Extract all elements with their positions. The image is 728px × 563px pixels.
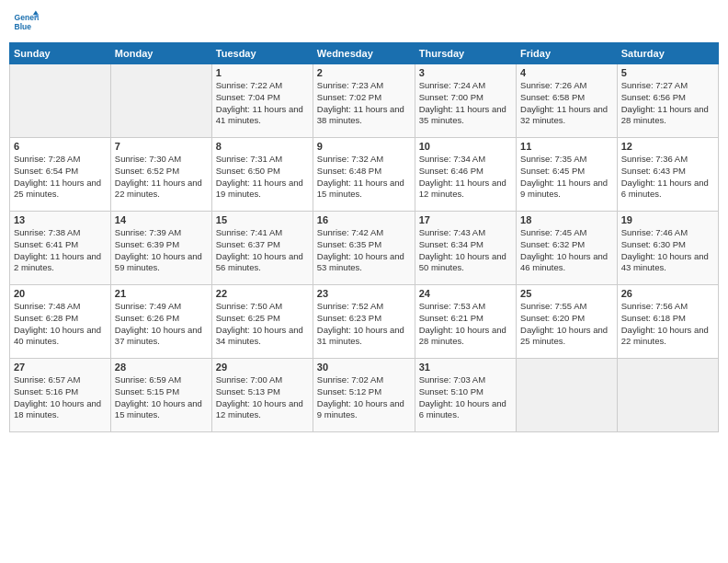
day-number: 4 (520, 67, 613, 78)
calendar-cell: 11Sunrise: 7:35 AM Sunset: 6:45 PM Dayli… (517, 138, 618, 212)
day-number: 15 (216, 214, 309, 225)
day-header-monday: Monday (110, 43, 211, 64)
week-row-4: 20Sunrise: 7:48 AM Sunset: 6:28 PM Dayli… (10, 285, 719, 359)
day-number: 12 (621, 141, 714, 152)
svg-text:Blue: Blue (15, 22, 32, 31)
week-row-3: 13Sunrise: 7:38 AM Sunset: 6:41 PM Dayli… (10, 212, 719, 285)
calendar-cell: 13Sunrise: 7:38 AM Sunset: 6:41 PM Dayli… (10, 212, 111, 285)
day-number: 29 (216, 362, 309, 373)
day-number: 22 (216, 288, 309, 299)
day-number: 23 (317, 288, 411, 299)
calendar-cell: 9Sunrise: 7:32 AM Sunset: 6:48 PM Daylig… (313, 138, 415, 212)
cell-info: Sunrise: 7:38 AM Sunset: 6:41 PM Dayligh… (14, 227, 107, 274)
day-number: 8 (216, 141, 309, 152)
day-number: 25 (520, 288, 613, 299)
calendar-cell: 29Sunrise: 7:00 AM Sunset: 5:13 PM Dayli… (211, 359, 313, 432)
cell-info: Sunrise: 7:56 AM Sunset: 6:18 PM Dayligh… (621, 301, 714, 348)
week-row-2: 6Sunrise: 7:28 AM Sunset: 6:54 PM Daylig… (10, 138, 719, 212)
cell-info: Sunrise: 7:35 AM Sunset: 6:45 PM Dayligh… (520, 154, 613, 201)
cell-info: Sunrise: 7:50 AM Sunset: 6:25 PM Dayligh… (216, 301, 309, 348)
cell-info: Sunrise: 7:32 AM Sunset: 6:48 PM Dayligh… (317, 154, 411, 201)
cell-info: Sunrise: 7:48 AM Sunset: 6:28 PM Dayligh… (14, 301, 107, 348)
day-header-thursday: Thursday (415, 43, 516, 64)
logo: General Blue (13, 9, 39, 35)
day-header-wednesday: Wednesday (313, 43, 415, 64)
day-number: 14 (115, 214, 208, 225)
cell-info: Sunrise: 7:41 AM Sunset: 6:37 PM Dayligh… (216, 227, 309, 274)
calendar-cell: 4Sunrise: 7:26 AM Sunset: 6:58 PM Daylig… (517, 64, 618, 138)
day-number: 3 (419, 67, 512, 78)
day-number: 31 (419, 362, 512, 373)
day-number: 6 (14, 141, 107, 152)
calendar-cell: 20Sunrise: 7:48 AM Sunset: 6:28 PM Dayli… (10, 285, 111, 359)
day-number: 10 (419, 141, 512, 152)
cell-info: Sunrise: 7:27 AM Sunset: 6:56 PM Dayligh… (621, 80, 714, 127)
calendar-cell: 31Sunrise: 7:03 AM Sunset: 5:10 PM Dayli… (415, 359, 516, 432)
cell-info: Sunrise: 7:46 AM Sunset: 6:30 PM Dayligh… (621, 227, 714, 274)
calendar-cell: 12Sunrise: 7:36 AM Sunset: 6:43 PM Dayli… (617, 138, 718, 212)
calendar-cell: 7Sunrise: 7:30 AM Sunset: 6:52 PM Daylig… (110, 138, 211, 212)
calendar-cell: 30Sunrise: 7:02 AM Sunset: 5:12 PM Dayli… (313, 359, 415, 432)
week-row-1: 1Sunrise: 7:22 AM Sunset: 7:04 PM Daylig… (10, 64, 719, 138)
calendar-cell: 27Sunrise: 6:57 AM Sunset: 5:16 PM Dayli… (10, 359, 111, 432)
calendar-cell: 6Sunrise: 7:28 AM Sunset: 6:54 PM Daylig… (10, 138, 111, 212)
calendar-cell: 26Sunrise: 7:56 AM Sunset: 6:18 PM Dayli… (617, 285, 718, 359)
day-number: 5 (621, 67, 714, 78)
day-header-saturday: Saturday (617, 43, 718, 64)
cell-info: Sunrise: 7:31 AM Sunset: 6:50 PM Dayligh… (216, 154, 309, 201)
calendar-cell: 1Sunrise: 7:22 AM Sunset: 7:04 PM Daylig… (211, 64, 313, 138)
calendar-cell: 14Sunrise: 7:39 AM Sunset: 6:39 PM Dayli… (110, 212, 211, 285)
cell-info: Sunrise: 7:26 AM Sunset: 6:58 PM Dayligh… (520, 80, 613, 127)
calendar-cell: 16Sunrise: 7:42 AM Sunset: 6:35 PM Dayli… (313, 212, 415, 285)
cell-info: Sunrise: 7:30 AM Sunset: 6:52 PM Dayligh… (115, 154, 208, 201)
calendar-cell (110, 64, 211, 138)
day-number: 19 (621, 214, 714, 225)
page-header: General Blue (9, 9, 719, 35)
calendar-cell: 17Sunrise: 7:43 AM Sunset: 6:34 PM Dayli… (415, 212, 516, 285)
cell-info: Sunrise: 7:03 AM Sunset: 5:10 PM Dayligh… (419, 374, 512, 421)
cell-info: Sunrise: 6:57 AM Sunset: 5:16 PM Dayligh… (14, 374, 107, 421)
calendar-cell: 10Sunrise: 7:34 AM Sunset: 6:46 PM Dayli… (415, 138, 516, 212)
day-number: 7 (115, 141, 208, 152)
day-number: 28 (115, 362, 208, 373)
day-number: 2 (317, 67, 411, 78)
cell-info: Sunrise: 7:55 AM Sunset: 6:20 PM Dayligh… (520, 301, 613, 348)
cell-info: Sunrise: 7:23 AM Sunset: 7:02 PM Dayligh… (317, 80, 411, 127)
calendar-cell: 28Sunrise: 6:59 AM Sunset: 5:15 PM Dayli… (110, 359, 211, 432)
day-number: 18 (520, 214, 613, 225)
cell-info: Sunrise: 7:53 AM Sunset: 6:21 PM Dayligh… (419, 301, 512, 348)
cell-info: Sunrise: 6:59 AM Sunset: 5:15 PM Dayligh… (115, 374, 208, 421)
day-number: 20 (14, 288, 107, 299)
day-number: 17 (419, 214, 512, 225)
calendar-cell: 8Sunrise: 7:31 AM Sunset: 6:50 PM Daylig… (211, 138, 313, 212)
cell-info: Sunrise: 7:00 AM Sunset: 5:13 PM Dayligh… (216, 374, 309, 421)
cell-info: Sunrise: 7:45 AM Sunset: 6:32 PM Dayligh… (520, 227, 613, 274)
day-number: 27 (14, 362, 107, 373)
cell-info: Sunrise: 7:36 AM Sunset: 6:43 PM Dayligh… (621, 154, 714, 201)
calendar-table: SundayMondayTuesdayWednesdayThursdayFrid… (9, 42, 719, 432)
logo-icon: General Blue (13, 9, 39, 35)
day-number: 21 (115, 288, 208, 299)
cell-info: Sunrise: 7:39 AM Sunset: 6:39 PM Dayligh… (115, 227, 208, 274)
day-number: 9 (317, 141, 411, 152)
cell-info: Sunrise: 7:34 AM Sunset: 6:46 PM Dayligh… (419, 154, 512, 201)
calendar-cell: 3Sunrise: 7:24 AM Sunset: 7:00 PM Daylig… (415, 64, 516, 138)
calendar-cell: 24Sunrise: 7:53 AM Sunset: 6:21 PM Dayli… (415, 285, 516, 359)
day-number: 13 (14, 214, 107, 225)
cell-info: Sunrise: 7:52 AM Sunset: 6:23 PM Dayligh… (317, 301, 411, 348)
day-number: 1 (216, 67, 309, 78)
calendar-cell: 22Sunrise: 7:50 AM Sunset: 6:25 PM Dayli… (211, 285, 313, 359)
cell-info: Sunrise: 7:49 AM Sunset: 6:26 PM Dayligh… (115, 301, 208, 348)
calendar-cell (517, 359, 618, 432)
day-number: 26 (621, 288, 714, 299)
day-number: 24 (419, 288, 512, 299)
calendar-cell: 19Sunrise: 7:46 AM Sunset: 6:30 PM Dayli… (617, 212, 718, 285)
calendar-cell: 18Sunrise: 7:45 AM Sunset: 6:32 PM Dayli… (517, 212, 618, 285)
calendar-cell: 23Sunrise: 7:52 AM Sunset: 6:23 PM Dayli… (313, 285, 415, 359)
cell-info: Sunrise: 7:22 AM Sunset: 7:04 PM Dayligh… (216, 80, 309, 127)
cell-info: Sunrise: 7:42 AM Sunset: 6:35 PM Dayligh… (317, 227, 411, 274)
day-number: 30 (317, 362, 411, 373)
cell-info: Sunrise: 7:43 AM Sunset: 6:34 PM Dayligh… (419, 227, 512, 274)
day-header-sunday: Sunday (10, 43, 111, 64)
calendar-cell (10, 64, 111, 138)
